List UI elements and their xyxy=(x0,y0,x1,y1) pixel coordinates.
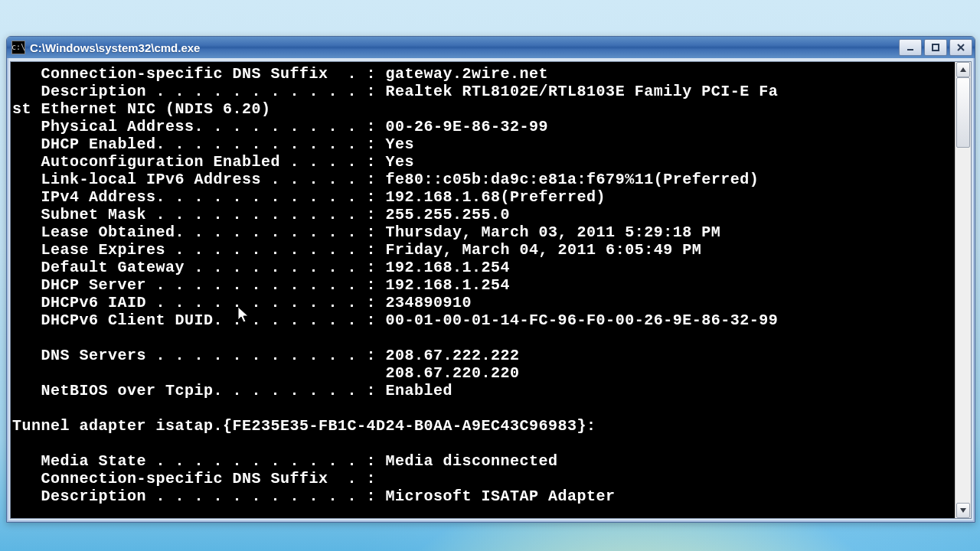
cmd-icon: c:\ xyxy=(11,41,25,54)
line-dns-suffix: Connection-specific DNS Suffix . : gatew… xyxy=(12,65,548,83)
svg-rect-1 xyxy=(933,44,939,51)
close-button[interactable] xyxy=(949,39,972,56)
line-tunnel-dns-suffix: Connection-specific DNS Suffix . : xyxy=(12,470,386,487)
titlebar[interactable]: c:\ C:\Windows\system32\cmd.exe xyxy=(7,37,975,58)
console-output[interactable]: Connection-specific DNS Suffix . : gatew… xyxy=(11,62,956,518)
scroll-down-button[interactable] xyxy=(956,503,970,518)
minimize-button[interactable] xyxy=(899,39,922,56)
cmd-window: c:\ C:\Windows\system32\cmd.exe Connecti… xyxy=(6,36,975,523)
line-dhcpv6-duid: DHCPv6 Client DUID. . . . . . . . : 00-0… xyxy=(12,311,778,329)
line-autoconfig: Autoconfiguration Enabled . . . . : Yes xyxy=(12,153,414,171)
line-subnet: Subnet Mask . . . . . . . . . . . : 255.… xyxy=(12,206,510,223)
line-dhcp-enabled: DHCP Enabled. . . . . . . . . . . : Yes xyxy=(12,135,414,153)
line-default-gateway: Default Gateway . . . . . . . . . : 192.… xyxy=(12,259,510,276)
scroll-thumb[interactable] xyxy=(956,77,970,148)
line-media-state: Media State . . . . . . . . . . . : Medi… xyxy=(12,452,558,470)
line-tunnel-heading: Tunnel adapter isatap.{FE235E35-FB1C-4D2… xyxy=(12,417,596,435)
line-physical-address: Physical Address. . . . . . . . . : 00-2… xyxy=(12,118,548,135)
line-ipv4: IPv4 Address. . . . . . . . . . . : 192.… xyxy=(12,188,606,206)
window-controls xyxy=(899,39,972,56)
maximize-button[interactable] xyxy=(924,39,947,56)
line-tunnel-description: Description . . . . . . . . . . . : Micr… xyxy=(12,487,616,505)
line-lease-expires: Lease Expires . . . . . . . . . . : Frid… xyxy=(12,241,701,259)
line-description: Description . . . . . . . . . . . : Real… xyxy=(12,83,778,100)
line-dns1: DNS Servers . . . . . . . . . . . : 208.… xyxy=(12,347,520,364)
window-title: C:\Windows\system32\cmd.exe xyxy=(30,41,899,54)
console-frame: Connection-specific DNS Suffix . : gatew… xyxy=(10,61,972,519)
scroll-up-button[interactable] xyxy=(956,62,970,77)
line-netbios: NetBIOS over Tcpip. . . . . . . . : Enab… xyxy=(12,382,452,399)
line-lease-obtained: Lease Obtained. . . . . . . . . . : Thur… xyxy=(12,223,720,241)
line-dns2: 208.67.220.220 xyxy=(12,364,520,382)
line-description-wrap: st Ethernet NIC (NDIS 6.20) xyxy=(12,100,271,118)
line-dhcpv6-iaid: DHCPv6 IAID . . . . . . . . . . . : 2348… xyxy=(12,294,472,311)
vertical-scrollbar[interactable] xyxy=(955,62,971,518)
line-link-local-ipv6: Link-local IPv6 Address . . . . . : fe80… xyxy=(12,171,759,188)
line-dhcp-server: DHCP Server . . . . . . . . . . . : 192.… xyxy=(12,276,510,294)
